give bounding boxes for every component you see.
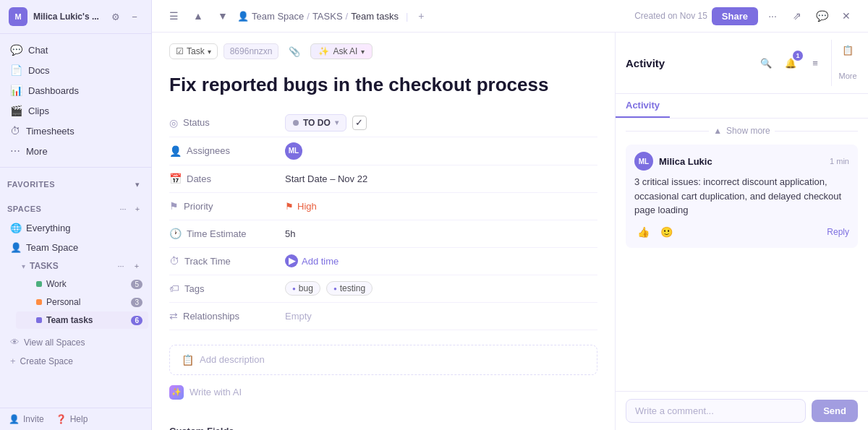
task-list-item-team-tasks[interactable]: Team tasks 6 xyxy=(16,311,148,329)
toolbar: ☰ ▲ ▼ 👤 Team Space / TASKS / Team tasks … xyxy=(152,0,868,33)
task-attachment-btn[interactable]: 📎 xyxy=(284,41,305,61)
dates-field-value: Start Date – Nov 22 xyxy=(285,173,597,184)
tab-activity[interactable]: Activity xyxy=(616,94,670,118)
sidebar: M Milica Lukic's ... ⚙ − 💬 Chat 📄 Docs 📊… xyxy=(0,0,152,430)
view-all-icon: 👁 xyxy=(10,337,20,348)
toolbar-link-btn[interactable]: ⇗ xyxy=(787,6,807,26)
invite-icon: 👤 xyxy=(9,414,20,424)
team-space-more-btn[interactable]: ··· xyxy=(116,241,128,253)
breadcrumb-tasks[interactable]: TASKS xyxy=(312,11,343,22)
toolbar-dots-btn[interactable]: ··· xyxy=(762,6,783,26)
work-dot xyxy=(36,281,42,287)
sidebar-item-docs[interactable]: 📄 Docs xyxy=(0,60,151,80)
send-button[interactable]: Send xyxy=(812,400,858,422)
write-with-ai-btn[interactable]: ✨ Write with AI xyxy=(169,379,597,405)
more-icon: ⋯ xyxy=(10,145,20,157)
sidebar-settings-button[interactable]: ⚙ xyxy=(108,9,124,25)
status-field-value: TO DO ▾ ✓ xyxy=(285,114,597,132)
activity-search-btn[interactable]: 🔍 xyxy=(756,53,776,73)
tag-chip-testing[interactable]: ● testing xyxy=(326,281,373,296)
sidebar-item-more[interactable]: ⋯ More xyxy=(0,141,151,161)
breadcrumb-back-btn[interactable]: ▲ xyxy=(188,6,208,26)
field-row-time-estimate: 🕐 Time Estimate 5h xyxy=(169,220,597,248)
ask-ai-button[interactable]: ✨ Ask AI ▾ xyxy=(310,43,373,59)
show-more-line-left xyxy=(626,131,709,132)
tasks-folder-header[interactable]: ▾ TASKS ··· + xyxy=(16,257,148,275)
share-button[interactable]: Share xyxy=(712,7,758,25)
comment-smile-btn[interactable]: 🙂 xyxy=(658,223,675,241)
sidebar-item-everything[interactable]: 🌐 Everything xyxy=(3,219,148,237)
dashboards-icon: 📊 xyxy=(10,85,22,96)
status-field-label: ◎ Status xyxy=(169,117,285,129)
comment-input[interactable] xyxy=(626,399,806,423)
view-all-spaces[interactable]: 👁 View all Spaces xyxy=(3,333,148,351)
sidebar-item-dashboards[interactable]: 📊 Dashboards xyxy=(0,80,151,100)
task-fields: ◎ Status TO DO ▾ ✓ 👤 xyxy=(152,109,615,330)
sidebar-item-clips[interactable]: 🎬 Clips xyxy=(0,100,151,121)
dates-value[interactable]: Start Date – Nov 22 xyxy=(285,173,367,184)
breadcrumb-team-space[interactable]: Team Space xyxy=(252,11,304,22)
status-badge[interactable]: TO DO ▾ xyxy=(285,114,346,132)
team-space-add-btn[interactable]: + xyxy=(129,241,141,253)
comment-thumbs-btn[interactable]: 👍 xyxy=(634,223,652,241)
sidebar-item-team-space[interactable]: 👤 Team Space ··· + xyxy=(3,238,148,257)
main-area: ☰ ▲ ▼ 👤 Team Space / TASKS / Team tasks … xyxy=(152,0,868,430)
tag-chip-bug[interactable]: ● bug xyxy=(285,281,320,296)
sidebar-item-chat[interactable]: 💬 Chat xyxy=(0,40,151,60)
breadcrumb-add-btn[interactable]: + xyxy=(411,6,431,26)
task-list-item-personal[interactable]: Personal 3 xyxy=(16,293,148,311)
time-estimate-value[interactable]: 5h xyxy=(285,228,295,239)
relationships-value[interactable]: Empty xyxy=(285,311,312,322)
activity-filter-btn[interactable]: ≡ xyxy=(805,53,825,73)
sidebar-item-timesheets[interactable]: ⏱ Timesheets xyxy=(0,121,151,141)
spaces-header-actions: ··· + xyxy=(116,202,144,215)
workspace-avatar: M xyxy=(9,7,27,26)
reply-button[interactable]: Reply xyxy=(827,227,849,237)
toolbar-comment-btn[interactable]: 💬 xyxy=(812,6,832,26)
task-list-item-work[interactable]: Work 5 xyxy=(16,275,148,293)
tasks-folder-label: TASKS xyxy=(30,261,59,271)
status-chevron: ▾ xyxy=(335,119,339,126)
assignees-icon: 👤 xyxy=(169,145,182,157)
priority-icon: ⚑ xyxy=(169,200,179,212)
task-area: ☑ Task ▾ 8696nnzxn 📎 ✨ Ask AI ▾ Fix repo… xyxy=(152,33,868,430)
tasks-folder-add-btn[interactable]: + xyxy=(131,260,142,272)
desc-icon: 📋 xyxy=(182,354,194,366)
status-check-btn[interactable]: ✓ xyxy=(352,116,367,130)
tasks-folder: ▾ TASKS ··· + Work 5 Personal 3 Team tas… xyxy=(13,257,151,329)
create-space[interactable]: + Create Space xyxy=(3,352,148,370)
sidebar-dots-button[interactable]: − xyxy=(127,9,142,25)
add-time-button[interactable]: ▶ Add time xyxy=(285,254,339,267)
spaces-more-btn[interactable]: ··· xyxy=(116,202,129,215)
task-title[interactable]: Fix reported bugs in the checkout proces… xyxy=(152,67,615,109)
tasks-folder-more-btn[interactable]: ··· xyxy=(115,260,127,272)
sidebar-toggle-btn[interactable]: ☰ xyxy=(163,6,184,26)
field-row-relationships: ⇄ Relationships Empty xyxy=(169,303,597,330)
spaces-add-btn[interactable]: + xyxy=(131,202,144,215)
assignee-avatar[interactable]: ML xyxy=(285,142,302,160)
favorites-expand-btn[interactable]: ▾ xyxy=(131,178,144,191)
activity-notification-badge: 🔔 1 xyxy=(780,53,801,73)
breadcrumb-forward-btn[interactable]: ▼ xyxy=(213,6,233,26)
add-description-btn[interactable]: 📋 Add description xyxy=(169,345,597,375)
team-tasks-count: 6 xyxy=(131,316,142,325)
toolbar-close-btn[interactable]: ✕ xyxy=(836,6,856,26)
priority-field-label: ⚑ Priority xyxy=(169,200,285,212)
help-button[interactable]: ❓ Help xyxy=(56,414,88,424)
tag-bullet-testing: ● xyxy=(333,285,337,292)
show-more-btn[interactable]: ▲ Show more xyxy=(626,126,858,136)
activity-side-more-btn[interactable]: More xyxy=(838,66,858,86)
time-estimate-field-value: 5h xyxy=(285,228,597,239)
task-type-chip[interactable]: ☑ Task ▾ xyxy=(169,43,218,59)
task-content: ☑ Task ▾ 8696nnzxn 📎 ✨ Ask AI ▾ Fix repo… xyxy=(152,33,615,430)
comment-card: ML Milica Lukic 1 min 3 critical issues:… xyxy=(626,145,858,248)
comment-time: 1 min xyxy=(830,157,849,165)
activity-panel: Activity 🔍 🔔 1 ≡ 📋 More Activity xyxy=(615,33,868,430)
task-type-icon: ☑ xyxy=(176,46,184,56)
invite-button[interactable]: 👤 Invite xyxy=(9,414,44,424)
priority-value[interactable]: ⚑ High xyxy=(285,201,317,212)
task-id: 8696nnzxn xyxy=(224,43,279,59)
chat-icon: 💬 xyxy=(10,44,22,56)
activity-side-task-btn[interactable]: 📋 xyxy=(838,40,858,60)
relationships-field-label: ⇄ Relationships xyxy=(169,310,285,322)
